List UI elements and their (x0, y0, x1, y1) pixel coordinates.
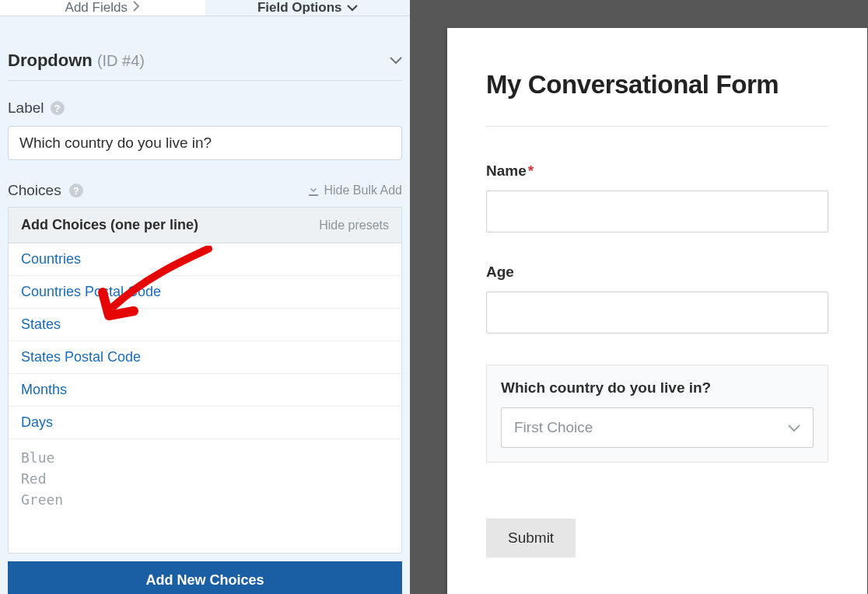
chevron-down-icon (347, 0, 358, 16)
download-icon (308, 185, 319, 196)
field-name: Name* (486, 162, 828, 232)
select-placeholder: First Choice (514, 419, 593, 436)
preset-states[interactable]: States (9, 309, 401, 341)
choices-textarea[interactable] (9, 439, 401, 550)
choices-box-title: Add Choices (one per line) (21, 217, 198, 233)
country-select[interactable]: First Choice (501, 407, 814, 448)
add-new-choices-button[interactable]: Add New Choices (8, 561, 402, 594)
tab-field-options[interactable]: Field Options (205, 0, 411, 16)
preset-months[interactable]: Months (9, 374, 401, 407)
choices-box: Add Choices (one per line) Hide presets … (8, 207, 402, 554)
preset-countries[interactable]: Countries (9, 243, 401, 276)
name-label-text: Name (486, 162, 527, 179)
preset-days[interactable]: Days (9, 407, 401, 439)
field-section-header[interactable]: Dropdown (ID #4) (8, 16, 402, 81)
field-options-panel: Add Fields Field Options Dropdown (ID #4… (0, 0, 410, 594)
choices-title-row: Choices ? (8, 182, 83, 199)
chevron-down-icon (788, 419, 800, 436)
help-icon[interactable]: ? (51, 101, 65, 115)
divider (486, 126, 828, 127)
preview-area: My Conversational Form Name* Age Which c… (410, 0, 868, 594)
choices-title: Choices (8, 182, 61, 199)
tab-label: Add Fields (65, 0, 128, 16)
preset-countries-postal[interactable]: Countries Postal Code (9, 276, 401, 309)
panel-tabs: Add Fields Field Options (0, 0, 410, 16)
field-age: Age (486, 264, 828, 334)
hide-bulk-label: Hide Bulk Add (324, 183, 402, 197)
label-field-row: Label ? (8, 100, 402, 160)
label-title: Label (8, 100, 44, 117)
section-title: Dropdown (ID #4) (8, 51, 145, 71)
submit-button[interactable]: Submit (486, 519, 576, 557)
country-label: Which country do you live in? (501, 379, 814, 397)
label-input[interactable] (8, 126, 402, 160)
help-icon[interactable]: ? (69, 183, 83, 197)
age-input[interactable] (486, 292, 828, 334)
preset-list: Countries Countries Postal Code States S… (9, 243, 401, 439)
label-title-row: Label ? (8, 100, 402, 117)
tab-add-fields[interactable]: Add Fields (0, 0, 205, 16)
field-id: (ID #4) (97, 52, 145, 69)
field-country: Which country do you live in? First Choi… (486, 365, 828, 463)
chevron-right-icon (132, 0, 140, 16)
required-mark: * (528, 162, 534, 179)
panel-body: Dropdown (ID #4) Label ? Choices ? (0, 16, 410, 594)
hide-presets-link[interactable]: Hide presets (319, 218, 389, 232)
tab-label: Field Options (257, 0, 342, 16)
field-type-name: Dropdown (8, 51, 93, 70)
form-preview: My Conversational Form Name* Age Which c… (447, 28, 867, 594)
name-input[interactable] (486, 190, 828, 232)
age-label: Age (486, 264, 828, 281)
preset-states-postal[interactable]: States Postal Code (9, 341, 401, 374)
hide-bulk-add-link[interactable]: Hide Bulk Add (308, 183, 402, 197)
choices-box-header: Add Choices (one per line) Hide presets (9, 208, 401, 243)
choices-header-row: Choices ? Hide Bulk Add (8, 182, 402, 199)
form-title: My Conversational Form (486, 70, 828, 100)
chevron-down-icon (390, 54, 402, 68)
name-label: Name* (486, 162, 828, 180)
